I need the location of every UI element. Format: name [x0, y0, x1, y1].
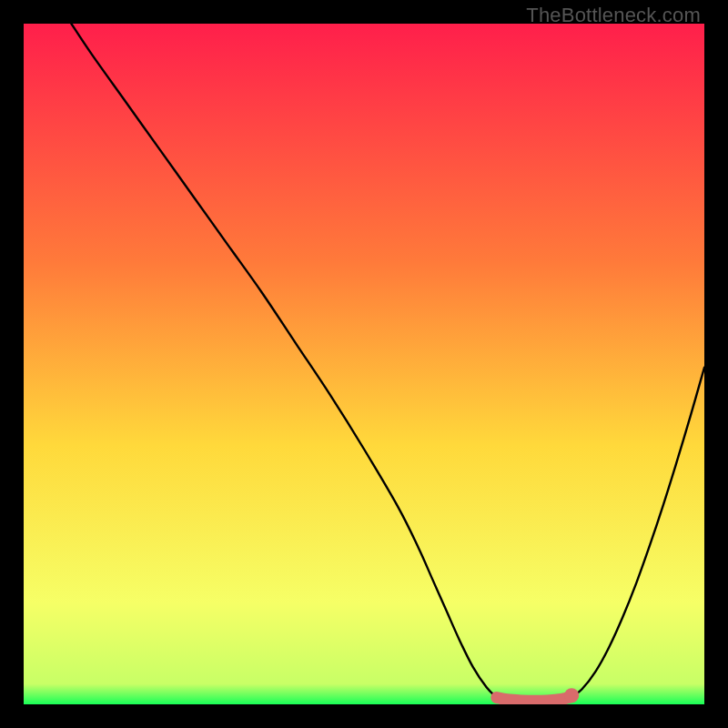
watermark-text: TheBottleneck.com [526, 4, 701, 27]
optimum-dot [564, 688, 579, 703]
bottleneck-chart [24, 24, 704, 704]
plateau-marker [497, 697, 571, 701]
gradient-background [24, 24, 704, 704]
chart-frame [24, 24, 704, 704]
